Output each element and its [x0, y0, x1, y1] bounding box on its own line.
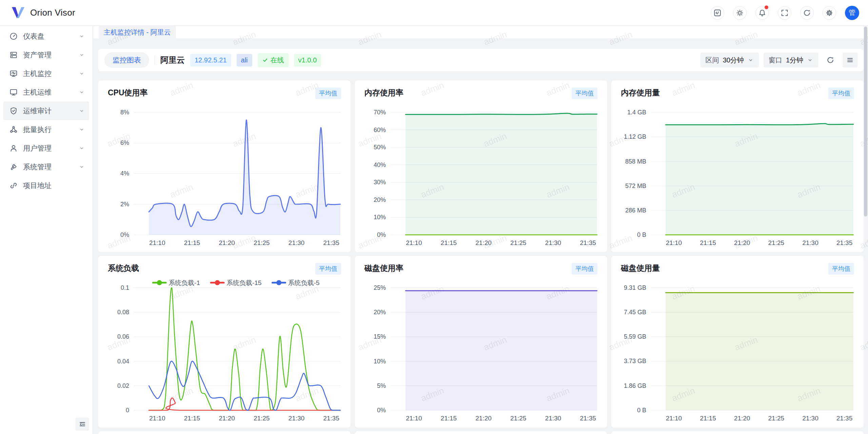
svg-text:1.12 GB: 1.12 GB: [624, 133, 646, 140]
chevron-down-icon: [807, 57, 813, 63]
chevron-down-icon: [78, 70, 85, 77]
nodes-icon: [9, 125, 18, 134]
svg-text:21:30: 21:30: [289, 239, 305, 246]
svg-text:10%: 10%: [374, 358, 386, 365]
content-area: 监控图表 阿里云 12.92.5.21 ali 在线 v1.0.0 区间 30分…: [93, 38, 868, 434]
sidebar-item-label: 主机运维: [23, 88, 52, 97]
sidebar-item-monitor[interactable]: 主机运维: [3, 83, 89, 101]
version-text: v1.0.0: [298, 56, 317, 64]
chart-card-header: CPU使用率平均值: [98, 80, 351, 99]
chart-disk-usage-amount[interactable]: 0 B1.86 GB3.73 GB5.59 GB7.45 GB9.31 GB21…: [611, 278, 864, 428]
wrench-icon: [9, 163, 18, 171]
online-status-text: 在线: [271, 56, 284, 65]
chart-title: 系统负载: [108, 263, 139, 273]
chevron-down-icon: [78, 52, 85, 58]
chart-system-load[interactable]: 00.020.040.060.080.121:1021:1521:2021:25…: [98, 278, 351, 428]
svg-text:21:15: 21:15: [184, 415, 200, 422]
svg-text:0: 0: [126, 407, 129, 414]
avg-value-tag: 平均值: [315, 88, 341, 99]
sidebar-item-link[interactable]: 项目地址: [3, 176, 89, 195]
chart-card-header: 磁盘使用率平均值: [355, 256, 607, 275]
monitor-toolbar-card: 监控图表 阿里云 12.92.5.21 ali 在线 v1.0.0 区间 30分…: [98, 49, 864, 71]
interval-select-value: 30分钟: [723, 56, 744, 65]
sidebar-item-monitor-pulse[interactable]: 主机监控: [3, 64, 89, 83]
svg-text:21:35: 21:35: [580, 415, 596, 422]
svg-text:2%: 2%: [120, 201, 129, 208]
svg-text:7.45 GB: 7.45 GB: [624, 309, 646, 316]
svg-text:3.73 GB: 3.73 GB: [624, 358, 646, 364]
settings-button[interactable]: [823, 6, 836, 20]
code-console-button[interactable]: [711, 6, 724, 20]
sidebar-item-user[interactable]: 用户管理: [3, 139, 89, 157]
svg-text:21:10: 21:10: [666, 415, 682, 422]
avg-value-tag: 平均值: [828, 88, 854, 99]
svg-text:21:25: 21:25: [510, 415, 527, 422]
app-logo[interactable]: Orion Visor: [11, 6, 75, 19]
svg-text:21:25: 21:25: [254, 415, 270, 422]
sidebar-item-assets[interactable]: 资产管理: [3, 45, 89, 64]
svg-text:21:35: 21:35: [580, 239, 596, 246]
svg-text:21:20: 21:20: [734, 239, 750, 246]
refresh-charts-button[interactable]: [823, 53, 838, 68]
svg-text:21:30: 21:30: [545, 415, 561, 422]
chart-card-header: 系统负载平均值: [98, 256, 351, 275]
tab-host-monitor-detail[interactable]: 主机监控详情 - 阿里云: [99, 26, 176, 39]
sidebar-nav: 仪表盘资产管理主机监控主机运维运维审计批量执行用户管理系统管理项目地址: [0, 27, 93, 195]
reload-button[interactable]: [800, 6, 814, 20]
svg-text:21:35: 21:35: [323, 239, 339, 246]
svg-text:21:10: 21:10: [406, 239, 422, 246]
monitor-pulse-icon: [9, 69, 18, 78]
svg-text:20%: 20%: [374, 196, 386, 203]
next-row-preview: [98, 431, 864, 434]
svg-text:0 B: 0 B: [637, 407, 646, 414]
monitor-chart-tab[interactable]: 监控图表: [104, 52, 149, 68]
sidebar-item-wrench[interactable]: 系统管理: [3, 157, 89, 176]
svg-text:21:25: 21:25: [510, 239, 527, 246]
svg-text:21:10: 21:10: [149, 239, 165, 246]
user-avatar[interactable]: 管: [845, 6, 859, 20]
svg-text:21:25: 21:25: [768, 239, 785, 246]
chart-card-system-load: 系统负载平均值00.020.040.060.080.121:1021:1521:…: [98, 256, 351, 428]
sidebar-item-dashboard[interactable]: 仪表盘: [3, 27, 89, 45]
svg-text:21:35: 21:35: [836, 415, 853, 422]
bell-icon: [758, 9, 766, 17]
scrollbar-thumb[interactable]: [864, 26, 867, 216]
svg-text:21:15: 21:15: [440, 239, 457, 246]
interval-select[interactable]: 区间 30分钟: [701, 53, 759, 68]
chart-config-menu-button[interactable]: [843, 53, 857, 68]
svg-text:0%: 0%: [377, 231, 386, 238]
theme-brightness-button[interactable]: [733, 6, 747, 20]
sidebar-item-shield-check[interactable]: 运维审计: [3, 101, 89, 120]
notifications-button[interactable]: [755, 6, 769, 20]
svg-text:572 MB: 572 MB: [625, 183, 646, 189]
fullscreen-button[interactable]: [778, 6, 791, 20]
svg-text:系统负载-15: 系统负载-15: [226, 279, 261, 286]
svg-text:系统负载-1: 系统负载-1: [169, 279, 200, 286]
sidebar-collapse-button[interactable]: [76, 418, 89, 431]
chart-card-memory-usage-amount: 内存使用量平均值0 B286 MB572 MB858 MB1.12 GB1.4 …: [611, 80, 864, 252]
vertical-scrollbar[interactable]: [864, 26, 867, 433]
sidebar-item-label: 仪表盘: [23, 32, 44, 41]
sidebar-item-label: 运维审计: [23, 106, 52, 116]
vertical-divider: [155, 55, 155, 65]
series-line-1: [149, 398, 340, 410]
svg-text:21:20: 21:20: [734, 415, 750, 422]
svg-text:60%: 60%: [374, 127, 386, 133]
svg-text:9.31 GB: 9.31 GB: [624, 284, 646, 291]
chart-memory-usage-rate[interactable]: 0%10%20%30%40%50%60%70%21:1021:1521:2021…: [355, 102, 607, 252]
chart-memory-usage-amount[interactable]: 0 B286 MB572 MB858 MB1.12 GB1.4 GB21:102…: [611, 102, 864, 252]
sidebar-item-label: 用户管理: [23, 144, 52, 153]
chart-title: CPU使用率: [108, 88, 148, 98]
chart-cpu-usage[interactable]: 0%2%4%6%8%21:1021:1521:2021:2521:3021:35: [98, 102, 351, 252]
sidebar-item-nodes[interactable]: 批量执行: [3, 120, 89, 139]
gear-icon: [825, 9, 833, 17]
chart-disk-usage-rate[interactable]: 0%5%10%15%20%25%21:1021:1521:2021:2521:3…: [355, 278, 607, 428]
link-icon: [9, 181, 18, 190]
chart-title: 磁盘使用量: [621, 263, 660, 273]
svg-text:21:30: 21:30: [289, 415, 305, 422]
svg-text:25%: 25%: [374, 284, 386, 291]
online-status-chip: 在线: [258, 53, 289, 67]
avg-value-tag: 平均值: [572, 88, 597, 99]
svg-text:21:10: 21:10: [666, 239, 682, 246]
window-select[interactable]: 窗口 1分钟: [764, 53, 818, 68]
